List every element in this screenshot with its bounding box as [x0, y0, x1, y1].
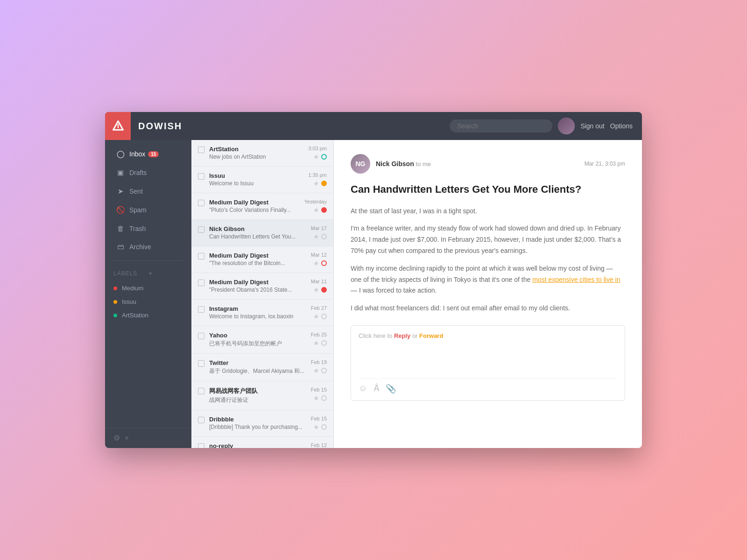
- reply-link[interactable]: Reply: [394, 332, 410, 339]
- email-checkbox[interactable]: [198, 388, 204, 394]
- body-para-3: With my income declining rapidly to the …: [351, 263, 625, 296]
- email-checkbox[interactable]: [198, 280, 204, 286]
- email-subject: "Pluto's Color Variations Finally...: [209, 207, 301, 213]
- email-content: Dribbble [Dribbble] Thank you for purcha…: [209, 416, 308, 430]
- email-checkbox[interactable]: [198, 333, 204, 339]
- email-actions: ★: [313, 313, 327, 320]
- sidebar-item-archive[interactable]: 🗃 Archive: [108, 238, 189, 255]
- email-from: ArtStation: [209, 146, 305, 153]
- email-content: Nick Gibson Can Handwritten Letters Get …: [209, 225, 308, 240]
- sidebar-item-drafts[interactable]: ▣ Drafts: [108, 164, 189, 182]
- email-list-item[interactable]: Medium Daily Digest "Pluto's Color Varia…: [191, 193, 333, 220]
- search-input[interactable]: [450, 119, 552, 133]
- email-meta: Feb 12 ★: [311, 442, 327, 448]
- reply-textarea[interactable]: [359, 344, 617, 372]
- logo-icon: [112, 119, 125, 133]
- email-content: Medium Daily Digest "The resolution of t…: [209, 252, 308, 266]
- label-dot-issuu: [113, 300, 117, 304]
- email-from: 网易战网客户团队: [209, 387, 308, 395]
- circle-dot: [321, 207, 327, 213]
- star-icon[interactable]: ★: [313, 313, 319, 320]
- sidebar-label-archive: Archive: [129, 243, 151, 251]
- circle-dot: [321, 395, 327, 401]
- star-icon[interactable]: ★: [313, 367, 319, 374]
- email-subject: "The resolution of the Bitcoin...: [209, 260, 308, 266]
- star-icon[interactable]: ★: [313, 423, 319, 431]
- email-checkbox[interactable]: [198, 200, 204, 206]
- label-medium[interactable]: Medium: [105, 281, 191, 295]
- label-name-medium: Medium: [122, 285, 143, 292]
- star-icon[interactable]: ★: [313, 259, 319, 267]
- star-icon[interactable]: ★: [313, 153, 319, 161]
- email-list-item[interactable]: ArtStation New jobs on ArtStation 3:03 p…: [191, 140, 333, 167]
- star-icon[interactable]: ★: [313, 286, 319, 294]
- email-list-item[interactable]: Dribbble [Dribbble] Thank you for purcha…: [191, 410, 333, 437]
- email-time: Feb 25: [311, 332, 327, 337]
- sender-name-text: Nick Gibson: [376, 160, 414, 168]
- sidebar-item-spam[interactable]: 🚫 Spam: [108, 201, 189, 219]
- star-icon[interactable]: ★: [313, 180, 319, 187]
- body-para-2: I'm a freelance writer, and my steady fl…: [351, 223, 625, 256]
- email-list-item[interactable]: 网易战网客户团队 战网通行证验证 Feb 15 ★: [191, 381, 333, 410]
- email-checkbox[interactable]: [198, 417, 204, 423]
- email-actions: ★: [313, 286, 327, 294]
- star-icon[interactable]: ★: [313, 206, 319, 214]
- email-list-item[interactable]: Yahoo 已将手机号码添加至您的帐户 Feb 25 ★: [191, 326, 333, 354]
- label-issuu[interactable]: Issuu: [105, 295, 191, 308]
- font-icon[interactable]: Â: [374, 384, 379, 393]
- sent-icon: ➤: [116, 187, 125, 196]
- labels-header: Labels +: [105, 266, 191, 281]
- email-checkbox[interactable]: [198, 173, 204, 180]
- inline-link[interactable]: most expensive cities to live in: [532, 276, 620, 283]
- email-content: no-reply Parallels 账户已激活: [209, 442, 308, 448]
- forward-link[interactable]: Forward: [419, 332, 443, 339]
- sidebar-label-sent: Sent: [129, 188, 143, 195]
- email-time: Feb 19: [311, 359, 327, 365]
- email-content: 网易战网客户团队 战网通行证验证: [209, 387, 308, 404]
- add-label-icon[interactable]: +: [148, 269, 183, 278]
- circle-dot: [321, 154, 327, 160]
- options-button[interactable]: Options: [610, 122, 633, 130]
- email-list-item[interactable]: Instagram Welcome to Instagram, lox.baox…: [191, 300, 333, 326]
- sidebar-item-sent[interactable]: ➤ Sent: [108, 182, 189, 200]
- sign-out-button[interactable]: Sign out: [580, 122, 604, 130]
- sender-name: Nick Gibson to me: [376, 160, 585, 168]
- email-meta: Feb 15 ★: [311, 416, 327, 431]
- email-list-item[interactable]: no-reply Parallels 账户已激活 Feb 12 ★: [191, 437, 333, 448]
- email-list-item[interactable]: Issuu Welcome to Issuu 1:35 pm ★: [191, 167, 333, 193]
- emoji-icon[interactable]: ☺: [359, 384, 367, 393]
- email-actions: ★: [313, 259, 327, 267]
- email-time: Feb 15: [311, 416, 327, 421]
- email-checkbox[interactable]: [198, 226, 204, 233]
- email-from: Twitter: [209, 359, 308, 366]
- email-detail: NG Nick Gibson to me Mar 21, 3:03 pm Can…: [334, 140, 642, 448]
- sidebar: ◯ Inbox 15 ▣ Drafts ➤ Sent 🚫 Spam 🗑 Tras…: [105, 140, 191, 448]
- email-checkbox[interactable]: [198, 306, 204, 313]
- email-checkbox[interactable]: [198, 147, 204, 153]
- app-window: DOWISH Sign out Options ◯ Inbox 15 ▣ Dra…: [105, 112, 642, 448]
- email-checkbox[interactable]: [198, 360, 204, 367]
- email-list-item[interactable]: Twitter 基于 Gridologie、Marcel Akiyama 和..…: [191, 354, 333, 381]
- email-content: Issuu Welcome to Issuu: [209, 172, 305, 187]
- sidebar-item-trash[interactable]: 🗑 Trash: [108, 220, 189, 237]
- star-icon[interactable]: ★: [313, 339, 319, 347]
- email-body: At the start of last year, I was in a ti…: [351, 206, 625, 314]
- star-icon[interactable]: ★: [313, 233, 319, 240]
- label-name-artstation: ArtStation: [122, 312, 148, 319]
- email-list-item[interactable]: Nick Gibson Can Handwritten Letters Get …: [191, 220, 333, 246]
- sidebar-item-inbox[interactable]: ◯ Inbox 15: [108, 145, 189, 163]
- email-checkbox[interactable]: [198, 443, 204, 448]
- email-list-item[interactable]: Medium Daily Digest "President Obama's 2…: [191, 273, 333, 300]
- avatar-image: [558, 118, 575, 134]
- email-checkbox[interactable]: [198, 253, 204, 259]
- email-list-item[interactable]: Medium Daily Digest "The resolution of t…: [191, 246, 333, 273]
- sidebar-label-inbox: Inbox: [129, 150, 145, 158]
- compose-icon[interactable]: +: [125, 434, 129, 442]
- settings-icon[interactable]: ⚙: [113, 434, 120, 442]
- reply-toolbar: ☺ Â 📎: [359, 378, 617, 394]
- attach-icon[interactable]: 📎: [386, 384, 396, 394]
- label-artstation[interactable]: ArtStation: [105, 308, 191, 322]
- logo-block: [105, 112, 131, 140]
- label-name-issuu: Issuu: [122, 298, 136, 305]
- star-icon[interactable]: ★: [313, 394, 319, 402]
